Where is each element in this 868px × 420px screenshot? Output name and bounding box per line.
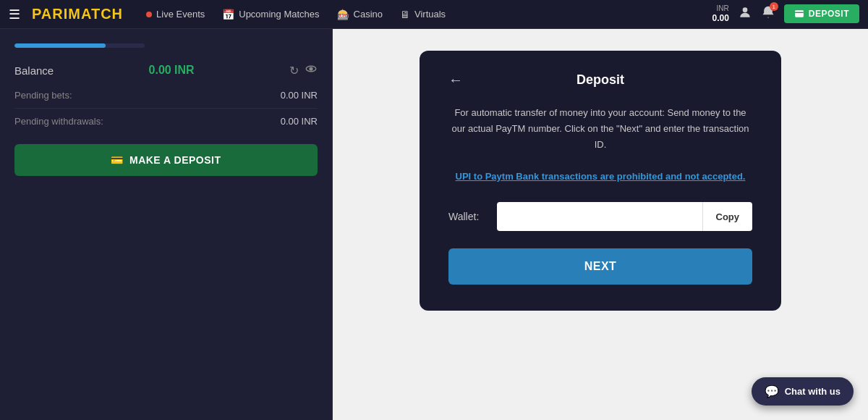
balance-section: Balance 0.00 INR ↻	[14, 62, 318, 78]
svg-point-3	[310, 67, 312, 70]
progress-bar-container	[14, 43, 318, 48]
next-button[interactable]: Next	[448, 248, 752, 285]
logo-text: PARIMATCH	[32, 6, 123, 22]
back-button[interactable]: ←	[448, 72, 463, 88]
upcoming-matches-icon: 📅	[222, 9, 234, 20]
deposit-info-text: For automatic transfer of money into you…	[448, 105, 752, 185]
menu-icon[interactable]: ☰	[9, 7, 20, 22]
svg-rect-1	[795, 11, 804, 17]
deposit-info-highlight: UPI to Paytm Bank transactions are prohi…	[456, 171, 746, 182]
nav-left: ☰ PARIMATCH	[9, 6, 123, 22]
refresh-icon[interactable]: ↻	[289, 64, 299, 77]
pending-withdrawals-label: Pending withdrawals:	[14, 116, 103, 127]
eye-icon[interactable]	[305, 62, 318, 78]
chat-widget[interactable]: 💬 Chat with us	[752, 377, 854, 406]
deposit-title: Deposit	[576, 72, 624, 88]
deposit-card: ← Deposit For automatic transfer of mone…	[420, 51, 781, 311]
wallet-input[interactable]	[497, 202, 702, 231]
notification-icon[interactable]: 1	[761, 5, 775, 22]
pending-bets-value: 0.00 INR	[281, 90, 318, 101]
wallet-row: Wallet: Copy	[448, 202, 752, 231]
wallet-input-wrapper: Copy	[497, 202, 752, 231]
logo: PARIMATCH	[32, 6, 123, 22]
balance-icons: ↻	[289, 62, 318, 78]
left-sidebar: Balance 0.00 INR ↻ Pending bets: 0.00 IN…	[0, 29, 333, 420]
nav-item-virtuals[interactable]: 🖥 Virtuals	[400, 9, 446, 20]
virtuals-icon: 🖥	[400, 9, 410, 20]
deposit-panel: ← Deposit For automatic transfer of mone…	[333, 29, 868, 420]
casino-icon: 🎰	[337, 9, 349, 20]
deposit-nav-button[interactable]: DEPOSIT	[784, 4, 859, 23]
notification-badge: 1	[770, 2, 778, 11]
make-deposit-button[interactable]: 💳 MAKE A DEPOSIT	[14, 144, 318, 176]
nav-balance: INR 0.00	[712, 4, 728, 23]
nav-center: Live Events 📅 Upcoming Matches 🎰 Casino …	[146, 9, 712, 20]
pending-bets-row: Pending bets: 0.00 INR	[14, 90, 318, 109]
svg-point-0	[742, 8, 747, 13]
nav-item-virtuals-label: Virtuals	[414, 9, 446, 20]
nav-item-casino[interactable]: 🎰 Casino	[337, 9, 383, 20]
progress-bar-track	[14, 43, 145, 48]
account-icon[interactable]	[738, 5, 752, 22]
pending-withdrawals-row: Pending withdrawals: 0.00 INR	[14, 116, 318, 127]
nav-item-upcoming-matches-label: Upcoming Matches	[239, 9, 319, 20]
copy-button[interactable]: Copy	[702, 202, 753, 231]
balance-amount: 0.00 INR	[149, 64, 195, 77]
pending-withdrawals-value: 0.00 INR	[281, 116, 318, 127]
nav-item-live-events-label: Live Events	[156, 9, 205, 20]
wallet-label: Wallet:	[448, 211, 488, 222]
make-deposit-icon: 💳	[111, 154, 124, 166]
chat-label: Chat with us	[785, 386, 841, 397]
make-deposit-label: MAKE A DEPOSIT	[129, 154, 221, 166]
nav-item-live-events[interactable]: Live Events	[146, 9, 205, 20]
chat-icon: 💬	[765, 385, 779, 398]
deposit-card-header: ← Deposit	[448, 72, 752, 88]
main-content: Balance 0.00 INR ↻ Pending bets: 0.00 IN…	[0, 29, 868, 420]
live-dot-icon	[146, 12, 152, 17]
nav-item-casino-label: Casino	[354, 9, 383, 20]
nav-balance-amount: 0.00	[712, 13, 728, 23]
top-navigation: ☰ PARIMATCH Live Events 📅 Upcoming Match…	[0, 0, 868, 29]
deposit-info-part1: For automatic transfer of money into you…	[452, 107, 749, 150]
nav-balance-currency: INR	[712, 4, 728, 13]
pending-bets-label: Pending bets:	[14, 90, 72, 101]
balance-label: Balance	[14, 64, 54, 77]
nav-right: INR 0.00 1 DEPOSIT	[712, 4, 859, 23]
deposit-nav-button-label: DEPOSIT	[809, 9, 849, 19]
progress-bar-fill	[14, 43, 106, 48]
nav-item-upcoming-matches[interactable]: 📅 Upcoming Matches	[222, 9, 319, 20]
